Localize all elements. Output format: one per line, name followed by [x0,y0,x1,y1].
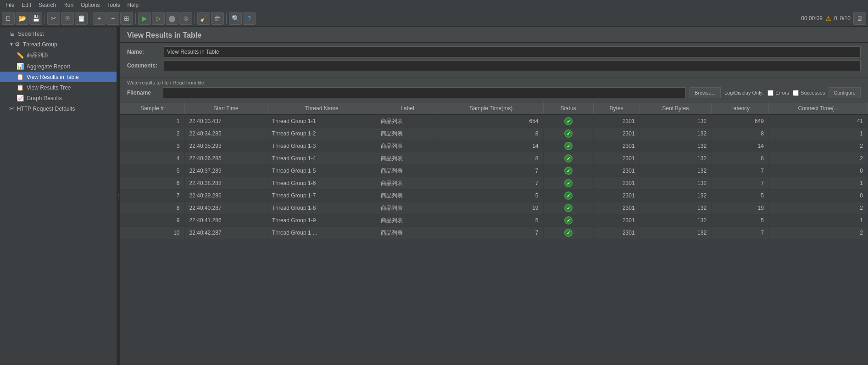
menu-options[interactable]: Options [77,1,103,9]
table-cell: Thread Group 1-6 [267,177,376,190]
toolbar-add-btn[interactable]: + [93,12,106,25]
col-start-time: Start Time [184,102,267,115]
filename-input[interactable] [163,87,686,98]
errors-checkbox[interactable] [768,90,773,96]
col-sample: Sample # [120,102,184,115]
successes-checkbox-group[interactable]: Successes [793,90,825,96]
toolbar-stop-btn[interactable]: ⬤ [166,12,178,25]
sidebar: 🖥 SeckillTest ▼ ⚙ Thread Group ✏️ 商品列表 📊… [0,27,117,365]
toolbar-sep4 [195,13,195,24]
sidebar-root-label: SeckillTest [18,31,44,37]
table-cell: 8 [439,152,543,165]
sidebar-root[interactable]: 🖥 SeckillTest [0,28,117,39]
table-cell: 7 [439,165,543,177]
status-ok-icon [564,229,573,237]
toolbar-help-btn[interactable]: ? [243,12,256,25]
toolbar-start-no-pause-btn[interactable]: ▷ [152,12,165,25]
menu-file[interactable]: File [2,1,18,9]
table-cell: 5 [439,190,543,202]
table-cell: 3 [120,140,184,152]
sidebar-item-view-results-table[interactable]: 📋 View Results in Table [0,72,117,82]
file-section-title: Write results to file / Read from file [127,80,861,85]
sidebar-item-http-defaults[interactable]: ✂ HTTP Request Defaults [0,103,117,114]
successes-label: Successes [801,90,825,95]
elapsed-time: 00:00:09 [801,15,823,22]
toolbar-clear-btn[interactable]: 🧹 [197,12,210,25]
toolbar-cut-btn[interactable]: ✂ [47,12,60,25]
name-input[interactable] [164,46,861,57]
table-cell: Thread Group 1-1 [267,115,376,128]
sidebar-item-aggregate[interactable]: 📊 Aggregate Report [0,61,117,72]
sidebar-item-view-results-tree[interactable]: 📋 View Results Tree [0,82,117,93]
menu-help[interactable]: Help [123,1,142,9]
table-cell: 2301 [593,152,640,165]
table-cell: 132 [640,214,712,227]
successes-checkbox[interactable] [793,90,799,96]
toolbar-new-btn[interactable]: 🗋 [2,12,15,25]
sidebar-shangpin-label: 商品列表 [27,51,49,59]
toolbar-start-btn[interactable]: ▶ [138,12,151,25]
results-table-wrapper[interactable]: Sample # Start Time Thread Name Label Sa… [120,102,868,365]
table-cell: 22:40:38.288 [184,177,267,190]
sidebar-http-defaults-label: HTTP Request Defaults [17,106,75,112]
toolbar-save-btn[interactable]: 💾 [29,12,42,25]
table-cell: 8 [712,152,769,165]
table-cell [543,190,593,202]
table-cell [543,214,593,227]
toolbar-remove-btn[interactable]: − [106,12,119,25]
table-cell: Thread Group 1-8 [267,202,376,214]
sidebar-graph-results-label: Graph Results [27,95,62,101]
sidebar-item-thread-group[interactable]: ▼ ⚙ Thread Group [0,39,117,50]
filename-row: Filename Browse... Log/Display Only: Err… [127,87,861,98]
sidebar-results-tree-label: View Results Tree [27,84,71,91]
table-cell: 6 [120,177,184,190]
table-cell: 2 [768,152,868,165]
table-body: 122:40:33.437Thread Group 1-1商品列表6542301… [120,115,868,239]
table-cell: 商品列表 [376,140,439,152]
status-ok-icon [564,167,573,175]
menu-search[interactable]: Search [35,1,60,9]
table-cell: 0 [768,190,868,202]
menu-tools[interactable]: Tools [103,1,123,9]
errors-checkbox-group[interactable]: Errors [768,90,789,96]
toolbar-open-btn[interactable]: 📂 [16,12,28,25]
table-cell: 商品列表 [376,190,439,202]
table-row: 1022:40:42.287Thread Group 1-...商品列表7230… [120,227,868,239]
menu-run[interactable]: Run [60,1,77,9]
table-cell: 0 [768,165,868,177]
toolbar-expand-btn[interactable]: ⊞ [120,12,133,25]
table-cell: 商品列表 [376,115,439,128]
table-cell: 2 [768,227,868,239]
toolbar-copy-btn[interactable]: ⎘ [61,12,74,25]
table-cell: Thread Group 1-3 [267,140,376,152]
toolbar-clear-all-btn[interactable]: 🗑 [211,12,224,25]
table-cell: 2 [768,202,868,214]
status-ok-icon [564,204,573,212]
form-area: Name: Comments: [120,43,868,78]
pencil-icon: ✏️ [17,52,24,59]
table-cell: 商品列表 [376,152,439,165]
table-cell: 7 [712,165,769,177]
menu-edit[interactable]: Edit [18,1,35,9]
comments-input[interactable] [164,60,861,71]
table-cell: 商品列表 [376,128,439,140]
sidebar-item-shangpin[interactable]: ✏️ 商品列表 [0,50,117,61]
graph-icon: 📈 [17,95,24,101]
sidebar-item-graph-results[interactable]: 📈 Graph Results [0,93,117,103]
table-cell [543,202,593,214]
table-cell: 4 [120,152,184,165]
results-table: Sample # Start Time Thread Name Label Sa… [120,102,868,239]
browse-button[interactable]: Browse... [690,87,721,98]
configure-button[interactable]: Configure [829,87,861,98]
toolbar-paste-btn[interactable]: 📋 [75,12,88,25]
table-cell: 2 [768,140,868,152]
name-label: Name: [127,49,164,55]
toolbar-shutdown-btn[interactable]: ⊗ [179,12,192,25]
thread-count: 0/10 [840,15,851,22]
main-layout: 🖥 SeckillTest ▼ ⚙ Thread Group ✏️ 商品列表 📊… [0,27,868,365]
comments-row: Comments: [127,60,861,71]
toolbar-icon-last[interactable]: 🖥 [853,12,866,25]
toolbar-search-btn[interactable]: 🔍 [229,12,242,25]
status-ok-icon [564,191,573,200]
table-cell: 商品列表 [376,177,439,190]
